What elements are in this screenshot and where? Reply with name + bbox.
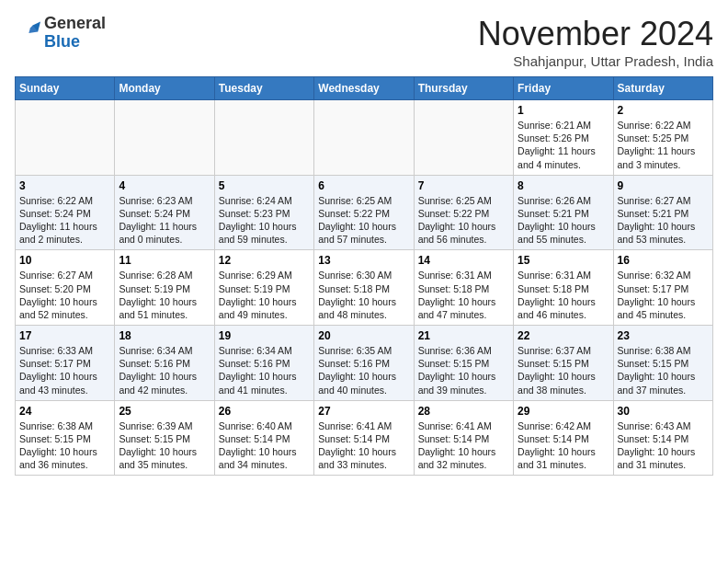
day-info: Sunrise: 6:27 AM Sunset: 5:21 PM Dayligh… [618,194,709,247]
day-info: Sunrise: 6:42 AM Sunset: 5:14 PM Dayligh… [518,419,609,472]
calendar-cell: 20Sunrise: 6:35 AM Sunset: 5:16 PM Dayli… [314,326,414,401]
calendar-cell: 14Sunrise: 6:31 AM Sunset: 5:18 PM Dayli… [414,250,513,326]
day-number: 7 [418,179,509,192]
calendar-cell: 7Sunrise: 6:25 AM Sunset: 5:22 PM Daylig… [414,175,513,250]
day-number: 16 [618,254,709,267]
day-number: 8 [518,179,609,192]
weekday-header-friday: Friday [514,77,613,100]
calendar-cell: 25Sunrise: 6:39 AM Sunset: 5:15 PM Dayli… [115,400,214,476]
day-info: Sunrise: 6:34 AM Sunset: 5:16 PM Dayligh… [119,344,210,396]
day-number: 4 [119,179,210,192]
calendar-cell: 23Sunrise: 6:38 AM Sunset: 5:15 PM Dayli… [613,326,712,401]
day-number: 30 [618,405,709,418]
calendar-cell: 10Sunrise: 6:27 AM Sunset: 5:20 PM Dayli… [16,250,115,326]
day-info: Sunrise: 6:41 AM Sunset: 5:14 PM Dayligh… [318,419,409,472]
calendar-cell: 30Sunrise: 6:43 AM Sunset: 5:14 PM Dayli… [613,400,712,476]
calendar-week-row: 3Sunrise: 6:22 AM Sunset: 5:24 PM Daylig… [16,175,713,250]
day-info: Sunrise: 6:39 AM Sunset: 5:15 PM Dayligh… [119,419,210,472]
calendar-week-row: 10Sunrise: 6:27 AM Sunset: 5:20 PM Dayli… [16,250,713,326]
calendar-cell: 9Sunrise: 6:27 AM Sunset: 5:21 PM Daylig… [613,175,712,250]
logo-general-text: General [44,14,106,32]
weekday-header-sunday: Sunday [16,77,115,100]
day-info: Sunrise: 6:31 AM Sunset: 5:18 PM Dayligh… [518,269,609,321]
calendar-cell: 19Sunrise: 6:34 AM Sunset: 5:16 PM Dayli… [214,326,313,401]
calendar-table: SundayMondayTuesdayWednesdayThursdayFrid… [15,76,713,476]
day-info: Sunrise: 6:22 AM Sunset: 5:25 PM Dayligh… [618,119,709,171]
day-number: 19 [219,329,310,342]
calendar-cell [214,100,313,176]
weekday-header-thursday: Thursday [414,77,513,100]
calendar-cell [414,100,513,176]
calendar-cell: 27Sunrise: 6:41 AM Sunset: 5:14 PM Dayli… [314,400,414,476]
day-number: 20 [318,329,409,342]
calendar-cell: 5Sunrise: 6:24 AM Sunset: 5:23 PM Daylig… [214,175,313,250]
logo-icon [15,20,40,46]
day-number: 13 [318,254,409,267]
calendar-week-row: 17Sunrise: 6:33 AM Sunset: 5:17 PM Dayli… [16,326,713,401]
day-number: 24 [19,405,110,418]
day-info: Sunrise: 6:40 AM Sunset: 5:14 PM Dayligh… [219,419,310,472]
day-info: Sunrise: 6:27 AM Sunset: 5:20 PM Dayligh… [19,269,110,321]
calendar-cell: 8Sunrise: 6:26 AM Sunset: 5:21 PM Daylig… [514,175,613,250]
calendar-week-row: 1Sunrise: 6:21 AM Sunset: 5:26 PM Daylig… [16,100,713,176]
day-info: Sunrise: 6:26 AM Sunset: 5:21 PM Dayligh… [518,194,609,247]
calendar-cell: 26Sunrise: 6:40 AM Sunset: 5:14 PM Dayli… [214,400,313,476]
day-info: Sunrise: 6:38 AM Sunset: 5:15 PM Dayligh… [618,344,709,396]
logo: General Blue [15,15,106,52]
weekday-header-wednesday: Wednesday [314,77,414,100]
calendar-cell: 29Sunrise: 6:42 AM Sunset: 5:14 PM Dayli… [514,400,613,476]
day-number: 25 [119,405,210,418]
day-number: 12 [219,254,310,267]
day-info: Sunrise: 6:38 AM Sunset: 5:15 PM Dayligh… [19,419,110,472]
day-number: 2 [618,104,709,117]
calendar-cell [314,100,414,176]
day-info: Sunrise: 6:21 AM Sunset: 5:26 PM Dayligh… [518,119,609,171]
day-info: Sunrise: 6:23 AM Sunset: 5:24 PM Dayligh… [119,194,210,247]
day-info: Sunrise: 6:25 AM Sunset: 5:22 PM Dayligh… [318,194,409,247]
day-number: 3 [19,179,110,192]
day-info: Sunrise: 6:28 AM Sunset: 5:19 PM Dayligh… [119,269,210,321]
calendar-cell: 15Sunrise: 6:31 AM Sunset: 5:18 PM Dayli… [514,250,613,326]
day-info: Sunrise: 6:25 AM Sunset: 5:22 PM Dayligh… [418,194,509,247]
day-number: 1 [518,104,609,117]
calendar-cell: 24Sunrise: 6:38 AM Sunset: 5:15 PM Dayli… [16,400,115,476]
day-number: 18 [119,329,210,342]
day-info: Sunrise: 6:36 AM Sunset: 5:15 PM Dayligh… [418,344,509,396]
calendar-cell [115,100,214,176]
day-number: 27 [318,405,409,418]
weekday-header-monday: Monday [115,77,214,100]
calendar-cell [16,100,115,176]
day-info: Sunrise: 6:34 AM Sunset: 5:16 PM Dayligh… [219,344,310,396]
day-info: Sunrise: 6:33 AM Sunset: 5:17 PM Dayligh… [19,344,110,396]
calendar-cell: 12Sunrise: 6:29 AM Sunset: 5:19 PM Dayli… [214,250,313,326]
day-info: Sunrise: 6:32 AM Sunset: 5:17 PM Dayligh… [618,269,709,321]
day-number: 9 [618,179,709,192]
day-number: 11 [119,254,210,267]
calendar-week-row: 24Sunrise: 6:38 AM Sunset: 5:15 PM Dayli… [16,400,713,476]
weekday-header-row: SundayMondayTuesdayWednesdayThursdayFrid… [16,77,713,100]
calendar-cell: 13Sunrise: 6:30 AM Sunset: 5:18 PM Dayli… [314,250,414,326]
day-info: Sunrise: 6:31 AM Sunset: 5:18 PM Dayligh… [418,269,509,321]
calendar-cell: 16Sunrise: 6:32 AM Sunset: 5:17 PM Dayli… [613,250,712,326]
day-number: 23 [618,329,709,342]
day-number: 6 [318,179,409,192]
calendar-cell: 4Sunrise: 6:23 AM Sunset: 5:24 PM Daylig… [115,175,214,250]
title-block: November 2024 Shahjanpur, Uttar Pradesh,… [478,15,713,69]
day-info: Sunrise: 6:29 AM Sunset: 5:19 PM Dayligh… [219,269,310,321]
day-info: Sunrise: 6:37 AM Sunset: 5:15 PM Dayligh… [518,344,609,396]
logo-blue-text: Blue [44,32,80,51]
calendar-cell: 22Sunrise: 6:37 AM Sunset: 5:15 PM Dayli… [514,326,613,401]
day-info: Sunrise: 6:43 AM Sunset: 5:14 PM Dayligh… [618,419,709,472]
day-number: 22 [518,329,609,342]
calendar-cell: 28Sunrise: 6:41 AM Sunset: 5:14 PM Dayli… [414,400,513,476]
calendar-cell: 3Sunrise: 6:22 AM Sunset: 5:24 PM Daylig… [16,175,115,250]
month-title: November 2024 [478,15,713,53]
weekday-header-tuesday: Tuesday [214,77,313,100]
calendar-cell: 11Sunrise: 6:28 AM Sunset: 5:19 PM Dayli… [115,250,214,326]
calendar-cell: 17Sunrise: 6:33 AM Sunset: 5:17 PM Dayli… [16,326,115,401]
calendar-cell: 6Sunrise: 6:25 AM Sunset: 5:22 PM Daylig… [314,175,414,250]
day-info: Sunrise: 6:24 AM Sunset: 5:23 PM Dayligh… [219,194,310,247]
weekday-header-saturday: Saturday [613,77,712,100]
day-number: 14 [418,254,509,267]
day-info: Sunrise: 6:35 AM Sunset: 5:16 PM Dayligh… [318,344,409,396]
